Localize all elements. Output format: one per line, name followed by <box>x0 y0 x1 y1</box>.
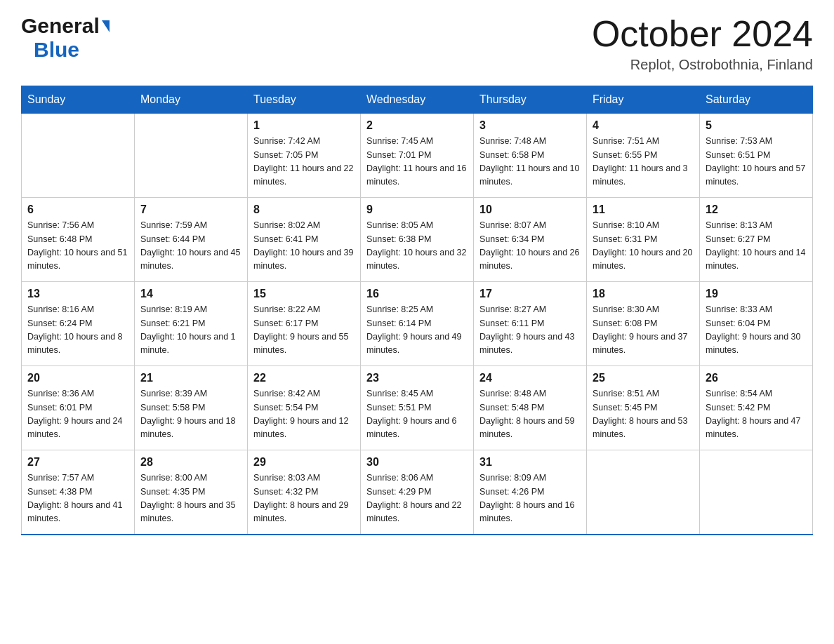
calendar-cell: 3Sunrise: 7:48 AMSunset: 6:58 PMDaylight… <box>474 114 587 198</box>
week-row-1: 1Sunrise: 7:42 AMSunset: 7:05 PMDaylight… <box>22 114 813 198</box>
day-info: Sunrise: 8:45 AMSunset: 5:51 PMDaylight:… <box>366 387 468 442</box>
day-number: 6 <box>27 203 128 216</box>
day-info: Sunrise: 8:16 AMSunset: 6:24 PMDaylight:… <box>27 303 128 358</box>
day-info: Sunrise: 8:39 AMSunset: 5:58 PMDaylight:… <box>140 387 241 442</box>
day-info: Sunrise: 7:51 AMSunset: 6:55 PMDaylight:… <box>593 135 694 189</box>
day-info: Sunrise: 8:05 AMSunset: 6:38 PMDaylight:… <box>366 219 468 274</box>
calendar-cell <box>135 114 248 198</box>
day-number: 28 <box>140 456 241 469</box>
day-number: 12 <box>706 203 807 216</box>
day-info: Sunrise: 7:53 AMSunset: 6:51 PMDaylight:… <box>706 135 807 189</box>
calendar-cell: 13Sunrise: 8:16 AMSunset: 6:24 PMDayligh… <box>22 282 135 366</box>
day-number: 27 <box>27 456 128 469</box>
day-info: Sunrise: 8:48 AMSunset: 5:48 PMDaylight:… <box>479 387 581 442</box>
calendar-cell: 29Sunrise: 8:03 AMSunset: 4:32 PMDayligh… <box>248 450 361 535</box>
calendar-cell <box>700 450 813 535</box>
calendar-cell: 10Sunrise: 8:07 AMSunset: 6:34 PMDayligh… <box>474 198 587 282</box>
day-info: Sunrise: 8:07 AMSunset: 6:34 PMDaylight:… <box>479 219 581 274</box>
day-info: Sunrise: 8:00 AMSunset: 4:35 PMDaylight:… <box>140 471 241 526</box>
day-info: Sunrise: 8:09 AMSunset: 4:26 PMDaylight:… <box>479 471 581 526</box>
day-info: Sunrise: 8:03 AMSunset: 4:32 PMDaylight:… <box>253 471 355 526</box>
day-number: 4 <box>593 119 694 132</box>
calendar-cell: 28Sunrise: 8:00 AMSunset: 4:35 PMDayligh… <box>135 450 248 535</box>
column-header-sunday: Sunday <box>22 86 135 114</box>
day-number: 21 <box>140 372 241 384</box>
logo-blue-text: Blue <box>34 38 79 62</box>
day-info: Sunrise: 7:42 AMSunset: 7:05 PMDaylight:… <box>253 135 355 189</box>
day-number: 15 <box>253 288 355 300</box>
calendar-cell: 7Sunrise: 7:59 AMSunset: 6:44 PMDaylight… <box>135 198 248 282</box>
day-number: 17 <box>479 288 581 300</box>
column-header-monday: Monday <box>135 86 248 114</box>
calendar-table: SundayMondayTuesdayWednesdayThursdayFrid… <box>21 86 813 535</box>
day-number: 11 <box>593 203 694 216</box>
calendar-cell: 21Sunrise: 8:39 AMSunset: 5:58 PMDayligh… <box>135 366 248 450</box>
calendar-cell: 17Sunrise: 8:27 AMSunset: 6:11 PMDayligh… <box>474 282 587 366</box>
page-header: General Blue October 2024 Replot, Ostrob… <box>21 14 813 73</box>
calendar-header: SundayMondayTuesdayWednesdayThursdayFrid… <box>22 86 813 114</box>
day-info: Sunrise: 8:19 AMSunset: 6:21 PMDaylight:… <box>140 303 241 358</box>
day-number: 16 <box>366 288 468 300</box>
week-row-5: 27Sunrise: 7:57 AMSunset: 4:38 PMDayligh… <box>22 450 813 535</box>
day-info: Sunrise: 8:22 AMSunset: 6:17 PMDaylight:… <box>253 303 355 358</box>
calendar-cell: 12Sunrise: 8:13 AMSunset: 6:27 PMDayligh… <box>700 198 813 282</box>
calendar-cell: 15Sunrise: 8:22 AMSunset: 6:17 PMDayligh… <box>248 282 361 366</box>
column-header-tuesday: Tuesday <box>248 86 361 114</box>
calendar-cell: 19Sunrise: 8:33 AMSunset: 6:04 PMDayligh… <box>700 282 813 366</box>
day-info: Sunrise: 8:51 AMSunset: 5:45 PMDaylight:… <box>593 387 694 442</box>
day-number: 3 <box>479 119 581 132</box>
day-info: Sunrise: 8:30 AMSunset: 6:08 PMDaylight:… <box>593 303 694 358</box>
day-number: 23 <box>366 372 468 384</box>
day-number: 18 <box>593 288 694 300</box>
header-row: SundayMondayTuesdayWednesdayThursdayFrid… <box>22 86 813 114</box>
day-number: 26 <box>706 372 807 384</box>
day-info: Sunrise: 7:48 AMSunset: 6:58 PMDaylight:… <box>479 135 581 189</box>
day-number: 31 <box>479 456 581 469</box>
day-number: 7 <box>140 203 241 216</box>
day-info: Sunrise: 7:45 AMSunset: 7:01 PMDaylight:… <box>366 135 468 189</box>
location-text: Replot, Ostrobothnia, Finland <box>592 57 813 73</box>
day-info: Sunrise: 8:33 AMSunset: 6:04 PMDaylight:… <box>706 303 807 358</box>
day-number: 22 <box>253 372 355 384</box>
column-header-thursday: Thursday <box>474 86 587 114</box>
day-number: 13 <box>27 288 128 300</box>
column-header-friday: Friday <box>587 86 700 114</box>
calendar-cell: 20Sunrise: 8:36 AMSunset: 6:01 PMDayligh… <box>22 366 135 450</box>
day-number: 10 <box>479 203 581 216</box>
day-info: Sunrise: 8:27 AMSunset: 6:11 PMDaylight:… <box>479 303 581 358</box>
day-info: Sunrise: 8:13 AMSunset: 6:27 PMDaylight:… <box>706 219 807 274</box>
day-number: 2 <box>366 119 468 132</box>
day-info: Sunrise: 8:54 AMSunset: 5:42 PMDaylight:… <box>706 387 807 442</box>
calendar-cell: 30Sunrise: 8:06 AMSunset: 4:29 PMDayligh… <box>361 450 474 535</box>
day-info: Sunrise: 8:02 AMSunset: 6:41 PMDaylight:… <box>253 219 355 274</box>
day-number: 30 <box>366 456 468 469</box>
day-number: 8 <box>253 203 355 216</box>
month-title: October 2024 <box>592 14 813 54</box>
column-header-saturday: Saturday <box>700 86 813 114</box>
calendar-cell: 6Sunrise: 7:56 AMSunset: 6:48 PMDaylight… <box>22 198 135 282</box>
calendar-cell: 24Sunrise: 8:48 AMSunset: 5:48 PMDayligh… <box>474 366 587 450</box>
week-row-4: 20Sunrise: 8:36 AMSunset: 6:01 PMDayligh… <box>22 366 813 450</box>
calendar-cell: 11Sunrise: 8:10 AMSunset: 6:31 PMDayligh… <box>587 198 700 282</box>
calendar-cell <box>587 450 700 535</box>
calendar-cell: 25Sunrise: 8:51 AMSunset: 5:45 PMDayligh… <box>587 366 700 450</box>
calendar-cell: 31Sunrise: 8:09 AMSunset: 4:26 PMDayligh… <box>474 450 587 535</box>
calendar-cell: 23Sunrise: 8:45 AMSunset: 5:51 PMDayligh… <box>361 366 474 450</box>
day-info: Sunrise: 8:06 AMSunset: 4:29 PMDaylight:… <box>366 471 468 526</box>
calendar-cell: 14Sunrise: 8:19 AMSunset: 6:21 PMDayligh… <box>135 282 248 366</box>
calendar-cell: 16Sunrise: 8:25 AMSunset: 6:14 PMDayligh… <box>361 282 474 366</box>
title-block: October 2024 Replot, Ostrobothnia, Finla… <box>592 14 813 73</box>
logo-triangle-icon <box>102 20 110 32</box>
day-number: 20 <box>27 372 128 384</box>
calendar-cell: 8Sunrise: 8:02 AMSunset: 6:41 PMDaylight… <box>248 198 361 282</box>
day-number: 19 <box>706 288 807 300</box>
week-row-3: 13Sunrise: 8:16 AMSunset: 6:24 PMDayligh… <box>22 282 813 366</box>
day-info: Sunrise: 7:56 AMSunset: 6:48 PMDaylight:… <box>27 219 128 274</box>
logo: General Blue <box>21 14 110 62</box>
calendar-cell <box>22 114 135 198</box>
day-info: Sunrise: 7:59 AMSunset: 6:44 PMDaylight:… <box>140 219 241 274</box>
calendar-cell: 27Sunrise: 7:57 AMSunset: 4:38 PMDayligh… <box>22 450 135 535</box>
calendar-body: 1Sunrise: 7:42 AMSunset: 7:05 PMDaylight… <box>22 114 813 535</box>
calendar-cell: 18Sunrise: 8:30 AMSunset: 6:08 PMDayligh… <box>587 282 700 366</box>
day-number: 14 <box>140 288 241 300</box>
